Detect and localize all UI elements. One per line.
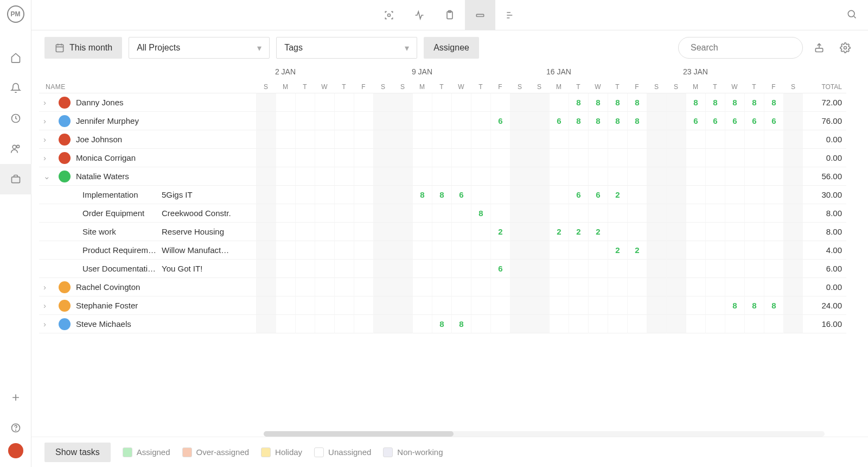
day-cell[interactable] — [373, 149, 393, 167]
day-cell[interactable] — [295, 296, 315, 315]
person-row-name[interactable]: ›Jennifer Murphey — [39, 112, 256, 130]
day-cell[interactable] — [529, 186, 549, 204]
day-cell[interactable] — [432, 112, 451, 130]
day-cell[interactable] — [276, 296, 295, 315]
tab-scan-icon[interactable] — [374, 0, 404, 30]
day-cell[interactable] — [783, 204, 803, 223]
day-cell[interactable] — [686, 296, 705, 315]
day-cell[interactable] — [432, 149, 451, 167]
day-cell[interactable] — [686, 204, 705, 223]
chevron-right-icon[interactable]: › — [43, 98, 53, 107]
tab-clipboard-icon[interactable] — [435, 0, 465, 30]
day-cell[interactable] — [393, 241, 412, 260]
day-cell[interactable] — [705, 186, 725, 204]
day-cell[interactable]: 2 — [549, 223, 569, 241]
day-cell[interactable] — [315, 130, 334, 149]
day-cell[interactable] — [647, 315, 666, 333]
day-cell[interactable] — [647, 241, 666, 260]
day-cell[interactable] — [783, 223, 803, 241]
day-cell[interactable] — [334, 130, 354, 149]
day-cell[interactable]: 8 — [725, 93, 744, 112]
day-cell[interactable]: 2 — [569, 223, 588, 241]
day-cell[interactable]: 6 — [764, 112, 783, 130]
day-cell[interactable] — [295, 260, 315, 278]
day-cell[interactable] — [686, 241, 705, 260]
day-cell[interactable] — [432, 93, 451, 112]
day-cell[interactable] — [490, 130, 510, 149]
tab-gantt-icon[interactable] — [495, 0, 526, 30]
day-cell[interactable] — [471, 278, 490, 296]
people-icon[interactable] — [0, 134, 31, 164]
day-cell[interactable]: 8 — [627, 112, 647, 130]
day-cell[interactable]: 8 — [764, 296, 783, 315]
day-cell[interactable] — [705, 223, 725, 241]
day-cell[interactable] — [549, 130, 569, 149]
day-cell[interactable] — [783, 130, 803, 149]
chevron-down-icon[interactable]: ⌄ — [43, 172, 53, 181]
day-cell[interactable] — [432, 167, 451, 186]
day-cell[interactable] — [393, 296, 412, 315]
day-cell[interactable] — [373, 186, 393, 204]
day-cell[interactable] — [783, 296, 803, 315]
day-cell[interactable] — [686, 315, 705, 333]
day-cell[interactable] — [276, 167, 295, 186]
bell-icon[interactable] — [0, 73, 31, 103]
day-cell[interactable] — [412, 149, 432, 167]
briefcase-icon[interactable] — [0, 164, 31, 194]
day-cell[interactable] — [725, 315, 744, 333]
day-cell[interactable] — [764, 223, 783, 241]
day-cell[interactable] — [471, 241, 490, 260]
day-cell[interactable] — [354, 130, 373, 149]
day-cell[interactable] — [783, 186, 803, 204]
person-row-name[interactable]: ›Rachel Covington — [39, 278, 256, 296]
day-cell[interactable] — [315, 315, 334, 333]
day-cell[interactable] — [373, 241, 393, 260]
chevron-right-icon[interactable]: › — [43, 135, 53, 144]
day-cell[interactable] — [666, 186, 686, 204]
day-cell[interactable]: 2 — [608, 186, 627, 204]
day-cell[interactable] — [471, 167, 490, 186]
day-cell[interactable] — [510, 223, 529, 241]
day-cell[interactable] — [686, 149, 705, 167]
day-cell[interactable] — [451, 167, 471, 186]
day-cell[interactable] — [490, 241, 510, 260]
day-cell[interactable] — [295, 278, 315, 296]
day-cell[interactable] — [764, 186, 783, 204]
day-cell[interactable] — [569, 167, 588, 186]
day-cell[interactable] — [529, 296, 549, 315]
person-row-name[interactable]: ›Steve Michaels — [39, 315, 256, 333]
day-cell[interactable] — [549, 278, 569, 296]
day-cell[interactable] — [451, 260, 471, 278]
day-cell[interactable] — [549, 204, 569, 223]
search-icon[interactable] — [846, 9, 857, 21]
day-cell[interactable] — [764, 130, 783, 149]
day-cell[interactable] — [276, 130, 295, 149]
day-cell[interactable] — [256, 93, 276, 112]
day-cell[interactable] — [295, 204, 315, 223]
day-cell[interactable] — [334, 112, 354, 130]
day-cell[interactable] — [529, 223, 549, 241]
day-cell[interactable] — [725, 223, 744, 241]
day-cell[interactable]: 6 — [490, 260, 510, 278]
day-cell[interactable] — [549, 167, 569, 186]
day-cell[interactable] — [529, 278, 549, 296]
day-cell[interactable] — [315, 186, 334, 204]
day-cell[interactable] — [334, 296, 354, 315]
day-cell[interactable] — [510, 149, 529, 167]
day-cell[interactable]: 8 — [627, 93, 647, 112]
day-cell[interactable] — [315, 296, 334, 315]
day-cell[interactable] — [354, 223, 373, 241]
day-cell[interactable] — [432, 278, 451, 296]
day-cell[interactable]: 8 — [432, 186, 451, 204]
day-cell[interactable] — [666, 112, 686, 130]
day-cell[interactable] — [490, 167, 510, 186]
tags-select[interactable]: Tags ▾ — [276, 37, 417, 59]
day-cell[interactable] — [608, 204, 627, 223]
day-cell[interactable] — [725, 204, 744, 223]
day-cell[interactable] — [647, 112, 666, 130]
day-cell[interactable] — [451, 130, 471, 149]
day-cell[interactable] — [412, 204, 432, 223]
day-cell[interactable] — [354, 296, 373, 315]
day-cell[interactable] — [705, 296, 725, 315]
day-cell[interactable] — [315, 260, 334, 278]
